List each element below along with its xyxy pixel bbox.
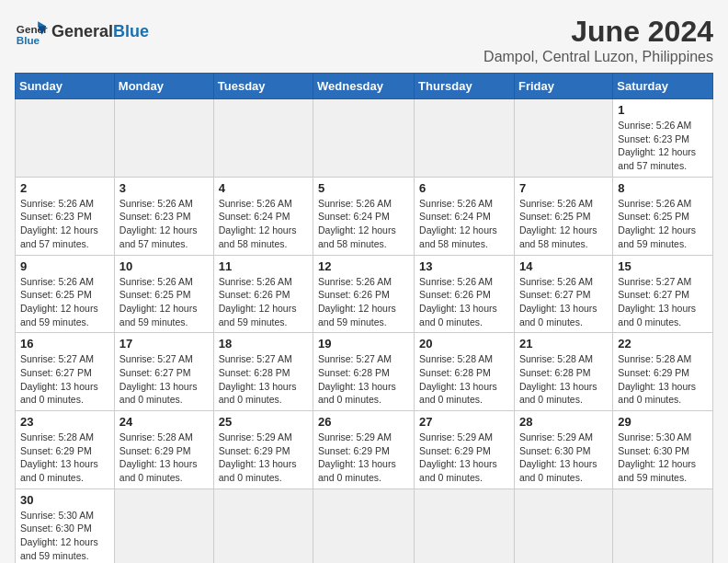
- calendar-week-row: 1Sunrise: 5:26 AM Sunset: 6:23 PM Daylig…: [16, 99, 713, 178]
- calendar-day-cell: 15Sunrise: 5:27 AM Sunset: 6:27 PM Dayli…: [613, 255, 713, 333]
- day-info: Sunrise: 5:26 AM Sunset: 6:25 PM Dayligh…: [20, 275, 109, 329]
- day-number: 16: [20, 337, 109, 350]
- day-info: Sunrise: 5:28 AM Sunset: 6:28 PM Dayligh…: [519, 352, 608, 407]
- calendar-day-cell: 27Sunrise: 5:29 AM Sunset: 6:29 PM Dayli…: [415, 411, 515, 489]
- day-info: Sunrise: 5:27 AM Sunset: 6:28 PM Dayligh…: [219, 352, 308, 407]
- day-number: 14: [519, 259, 608, 273]
- calendar-day-cell: [415, 99, 515, 178]
- weekday-header-thursday: Thursday: [415, 74, 515, 99]
- calendar-day-cell: [313, 99, 415, 178]
- calendar-day-cell: 19Sunrise: 5:27 AM Sunset: 6:28 PM Dayli…: [313, 333, 415, 411]
- day-number: 10: [119, 259, 209, 273]
- calendar-day-cell: 23Sunrise: 5:28 AM Sunset: 6:29 PM Dayli…: [16, 411, 115, 489]
- day-number: 5: [318, 181, 409, 195]
- day-number: 12: [318, 259, 409, 273]
- day-number: 17: [119, 337, 209, 350]
- calendar-day-cell: 14Sunrise: 5:26 AM Sunset: 6:27 PM Dayli…: [514, 255, 612, 333]
- title-block: June 2024 Dampol, Central Luzon, Philipp…: [483, 15, 713, 65]
- day-number: 26: [318, 415, 409, 429]
- month-year-title: June 2024: [483, 15, 713, 49]
- calendar-day-cell: 6Sunrise: 5:26 AM Sunset: 6:24 PM Daylig…: [415, 177, 515, 255]
- calendar-week-row: 30Sunrise: 5:30 AM Sunset: 6:30 PM Dayli…: [16, 488, 713, 563]
- day-number: 23: [20, 415, 109, 429]
- day-info: Sunrise: 5:26 AM Sunset: 6:23 PM Dayligh…: [618, 119, 708, 173]
- calendar-day-cell: 13Sunrise: 5:26 AM Sunset: 6:26 PM Dayli…: [415, 255, 515, 333]
- day-info: Sunrise: 5:30 AM Sunset: 6:30 PM Dayligh…: [20, 509, 109, 563]
- day-number: 7: [519, 181, 608, 195]
- day-info: Sunrise: 5:26 AM Sunset: 6:24 PM Dayligh…: [419, 197, 509, 251]
- calendar-day-cell: [16, 99, 115, 178]
- calendar-week-row: 9Sunrise: 5:26 AM Sunset: 6:25 PM Daylig…: [16, 255, 713, 333]
- logo-icon: General Blue: [15, 15, 48, 48]
- day-number: 8: [618, 181, 708, 195]
- calendar-day-cell: [514, 488, 612, 563]
- day-info: Sunrise: 5:28 AM Sunset: 6:28 PM Dayligh…: [419, 352, 509, 407]
- day-info: Sunrise: 5:29 AM Sunset: 6:29 PM Dayligh…: [219, 431, 308, 485]
- weekday-header-saturday: Saturday: [613, 74, 713, 99]
- day-number: 2: [20, 181, 109, 195]
- calendar-day-cell: 29Sunrise: 5:30 AM Sunset: 6:30 PM Dayli…: [613, 411, 713, 489]
- calendar-day-cell: 30Sunrise: 5:30 AM Sunset: 6:30 PM Dayli…: [16, 488, 115, 563]
- weekday-header-tuesday: Tuesday: [213, 74, 313, 99]
- calendar-day-cell: [514, 99, 612, 178]
- calendar-day-cell: 2Sunrise: 5:26 AM Sunset: 6:23 PM Daylig…: [16, 177, 115, 255]
- day-number: 30: [20, 493, 109, 507]
- day-number: 21: [519, 337, 608, 350]
- calendar-day-cell: 25Sunrise: 5:29 AM Sunset: 6:29 PM Dayli…: [213, 411, 313, 489]
- calendar-day-cell: 16Sunrise: 5:27 AM Sunset: 6:27 PM Dayli…: [16, 333, 115, 411]
- calendar-day-cell: 28Sunrise: 5:29 AM Sunset: 6:30 PM Dayli…: [514, 411, 612, 489]
- day-info: Sunrise: 5:28 AM Sunset: 6:29 PM Dayligh…: [119, 431, 209, 485]
- weekday-header-sunday: Sunday: [16, 74, 115, 99]
- day-info: Sunrise: 5:26 AM Sunset: 6:25 PM Dayligh…: [519, 197, 608, 251]
- day-number: 18: [219, 337, 308, 350]
- calendar-day-cell: [114, 99, 213, 178]
- day-info: Sunrise: 5:26 AM Sunset: 6:26 PM Dayligh…: [419, 275, 509, 329]
- calendar-week-row: 23Sunrise: 5:28 AM Sunset: 6:29 PM Dayli…: [16, 411, 713, 489]
- day-info: Sunrise: 5:26 AM Sunset: 6:25 PM Dayligh…: [618, 197, 708, 251]
- calendar-week-row: 16Sunrise: 5:27 AM Sunset: 6:27 PM Dayli…: [16, 333, 713, 411]
- location-subtitle: Dampol, Central Luzon, Philippines: [483, 49, 713, 65]
- day-info: Sunrise: 5:26 AM Sunset: 6:26 PM Dayligh…: [219, 275, 308, 329]
- day-number: 27: [419, 415, 509, 429]
- day-number: 25: [219, 415, 308, 429]
- calendar-day-cell: 3Sunrise: 5:26 AM Sunset: 6:23 PM Daylig…: [114, 177, 213, 255]
- day-info: Sunrise: 5:26 AM Sunset: 6:27 PM Dayligh…: [519, 275, 608, 329]
- day-number: 3: [119, 181, 209, 195]
- day-info: Sunrise: 5:26 AM Sunset: 6:25 PM Dayligh…: [119, 275, 209, 329]
- calendar-day-cell: 9Sunrise: 5:26 AM Sunset: 6:25 PM Daylig…: [16, 255, 115, 333]
- calendar-day-cell: [613, 488, 713, 563]
- day-info: Sunrise: 5:26 AM Sunset: 6:24 PM Dayligh…: [219, 197, 308, 251]
- svg-text:Blue: Blue: [17, 34, 40, 46]
- calendar-week-row: 2Sunrise: 5:26 AM Sunset: 6:23 PM Daylig…: [16, 177, 713, 255]
- weekday-header-monday: Monday: [114, 74, 213, 99]
- calendar-day-cell: 5Sunrise: 5:26 AM Sunset: 6:24 PM Daylig…: [313, 177, 415, 255]
- day-number: 13: [419, 259, 509, 273]
- day-info: Sunrise: 5:27 AM Sunset: 6:28 PM Dayligh…: [318, 352, 409, 407]
- day-number: 15: [618, 259, 708, 273]
- day-info: Sunrise: 5:29 AM Sunset: 6:30 PM Dayligh…: [519, 431, 608, 485]
- calendar-table: SundayMondayTuesdayWednesdayThursdayFrid…: [15, 73, 713, 563]
- day-number: 28: [519, 415, 608, 429]
- calendar-day-cell: 17Sunrise: 5:27 AM Sunset: 6:27 PM Dayli…: [114, 333, 213, 411]
- day-number: 9: [20, 259, 109, 273]
- day-number: 29: [618, 415, 708, 429]
- calendar-day-cell: 8Sunrise: 5:26 AM Sunset: 6:25 PM Daylig…: [613, 177, 713, 255]
- logo-text: GeneralBlue: [51, 22, 149, 41]
- calendar-day-cell: [313, 488, 415, 563]
- logo: General Blue GeneralBlue: [15, 15, 149, 48]
- day-info: Sunrise: 5:26 AM Sunset: 6:23 PM Dayligh…: [20, 197, 109, 251]
- day-info: Sunrise: 5:27 AM Sunset: 6:27 PM Dayligh…: [618, 275, 708, 329]
- day-info: Sunrise: 5:27 AM Sunset: 6:27 PM Dayligh…: [119, 352, 209, 407]
- day-number: 22: [618, 337, 708, 350]
- calendar-day-cell: [415, 488, 515, 563]
- day-info: Sunrise: 5:30 AM Sunset: 6:30 PM Dayligh…: [618, 431, 708, 485]
- day-info: Sunrise: 5:29 AM Sunset: 6:29 PM Dayligh…: [318, 431, 409, 485]
- calendar-day-cell: [114, 488, 213, 563]
- day-info: Sunrise: 5:26 AM Sunset: 6:26 PM Dayligh…: [318, 275, 409, 329]
- calendar-day-cell: 7Sunrise: 5:26 AM Sunset: 6:25 PM Daylig…: [514, 177, 612, 255]
- day-number: 24: [119, 415, 209, 429]
- weekday-header-row: SundayMondayTuesdayWednesdayThursdayFrid…: [16, 74, 713, 99]
- calendar-day-cell: 12Sunrise: 5:26 AM Sunset: 6:26 PM Dayli…: [313, 255, 415, 333]
- day-number: 11: [219, 259, 308, 273]
- day-number: 4: [219, 181, 308, 195]
